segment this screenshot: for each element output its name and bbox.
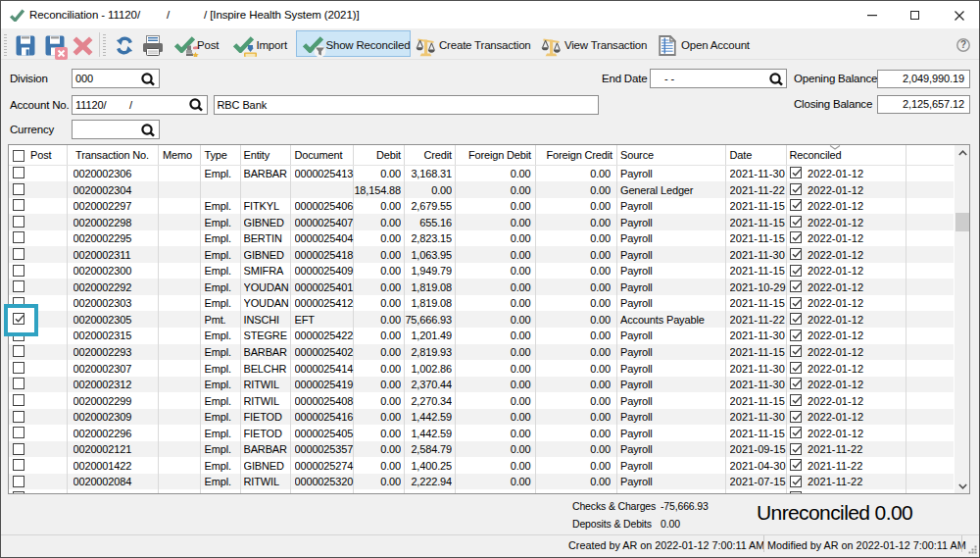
svg-text:?: ?: [960, 39, 966, 50]
